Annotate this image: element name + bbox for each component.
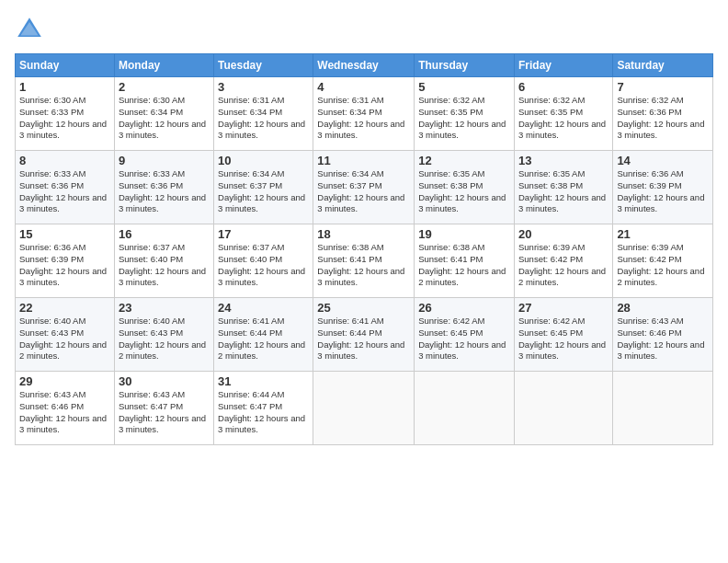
day-number: 20 — [518, 227, 609, 241]
day-number: 6 — [518, 80, 609, 94]
day-detail: Sunrise: 6:31 AMSunset: 6:34 PMDaylight:… — [317, 95, 410, 142]
day-number: 7 — [617, 80, 709, 94]
calendar-body: 1Sunrise: 6:30 AMSunset: 6:33 PMDaylight… — [16, 77, 713, 445]
calendar-cell — [613, 372, 713, 445]
day-number: 9 — [119, 154, 210, 167]
day-detail: Sunrise: 6:32 AMSunset: 6:36 PMDaylight:… — [617, 95, 709, 142]
calendar-cell: 28Sunrise: 6:43 AMSunset: 6:46 PMDayligh… — [613, 298, 713, 372]
day-detail: Sunrise: 6:42 AMSunset: 6:45 PMDaylight:… — [518, 316, 609, 362]
day-detail: Sunrise: 6:43 AMSunset: 6:47 PMDaylight:… — [119, 389, 210, 436]
day-detail: Sunrise: 6:39 AMSunset: 6:42 PMDaylight:… — [617, 242, 709, 289]
calendar-cell: 22Sunrise: 6:40 AMSunset: 6:43 PMDayligh… — [16, 298, 115, 372]
day-detail: Sunrise: 6:35 AMSunset: 6:38 PMDaylight:… — [418, 168, 510, 215]
day-number: 11 — [317, 154, 410, 167]
page: SundayMondayTuesdayWednesdayThursdayFrid… — [0, 0, 728, 563]
day-number: 25 — [317, 301, 410, 315]
calendar-cell: 7Sunrise: 6:32 AMSunset: 6:36 PMDaylight… — [613, 77, 713, 151]
day-detail: Sunrise: 6:30 AMSunset: 6:34 PMDaylight:… — [119, 95, 210, 142]
day-number: 30 — [119, 374, 210, 388]
day-number: 1 — [19, 80, 110, 94]
day-number: 18 — [317, 227, 410, 241]
day-detail: Sunrise: 6:40 AMSunset: 6:43 PMDaylight:… — [119, 316, 210, 362]
header-cell: Saturday — [613, 54, 713, 77]
day-number: 21 — [617, 227, 709, 241]
calendar-cell: 29Sunrise: 6:43 AMSunset: 6:46 PMDayligh… — [16, 372, 115, 445]
calendar-cell: 27Sunrise: 6:42 AMSunset: 6:45 PMDayligh… — [514, 298, 612, 372]
calendar-cell: 3Sunrise: 6:31 AMSunset: 6:34 PMDaylight… — [214, 77, 313, 151]
calendar-week-row: 15Sunrise: 6:36 AMSunset: 6:39 PMDayligh… — [16, 224, 713, 298]
calendar-cell: 19Sunrise: 6:38 AMSunset: 6:41 PMDayligh… — [415, 224, 515, 298]
header-cell: Wednesday — [313, 54, 415, 77]
calendar-cell: 24Sunrise: 6:41 AMSunset: 6:44 PMDayligh… — [214, 298, 313, 372]
calendar-cell: 10Sunrise: 6:34 AMSunset: 6:37 PMDayligh… — [214, 151, 313, 224]
day-detail: Sunrise: 6:37 AMSunset: 6:40 PMDaylight:… — [119, 242, 210, 289]
logo — [15, 15, 48, 44]
day-detail: Sunrise: 6:32 AMSunset: 6:35 PMDaylight:… — [418, 95, 510, 142]
header-cell: Sunday — [16, 54, 115, 77]
day-detail: Sunrise: 6:36 AMSunset: 6:39 PMDaylight:… — [19, 242, 110, 289]
day-number: 2 — [119, 80, 210, 94]
day-number: 28 — [617, 301, 709, 315]
day-number: 19 — [418, 227, 510, 241]
calendar-cell: 13Sunrise: 6:35 AMSunset: 6:38 PMDayligh… — [514, 151, 612, 224]
day-detail: Sunrise: 6:38 AMSunset: 6:41 PMDaylight:… — [418, 242, 510, 289]
header-row: SundayMondayTuesdayWednesdayThursdayFrid… — [16, 54, 713, 77]
day-number: 31 — [218, 374, 309, 388]
calendar-table: SundayMondayTuesdayWednesdayThursdayFrid… — [15, 53, 713, 445]
day-detail: Sunrise: 6:41 AMSunset: 6:44 PMDaylight:… — [317, 316, 410, 362]
calendar-cell: 12Sunrise: 6:35 AMSunset: 6:38 PMDayligh… — [415, 151, 515, 224]
calendar-cell: 21Sunrise: 6:39 AMSunset: 6:42 PMDayligh… — [613, 224, 713, 298]
day-detail: Sunrise: 6:42 AMSunset: 6:45 PMDaylight:… — [418, 316, 510, 362]
calendar-cell: 18Sunrise: 6:38 AMSunset: 6:41 PMDayligh… — [313, 224, 415, 298]
calendar-cell: 16Sunrise: 6:37 AMSunset: 6:40 PMDayligh… — [114, 224, 213, 298]
calendar-cell: 25Sunrise: 6:41 AMSunset: 6:44 PMDayligh… — [313, 298, 415, 372]
calendar-cell: 5Sunrise: 6:32 AMSunset: 6:35 PMDaylight… — [415, 77, 515, 151]
calendar-cell: 23Sunrise: 6:40 AMSunset: 6:43 PMDayligh… — [114, 298, 213, 372]
day-number: 29 — [19, 374, 110, 388]
day-detail: Sunrise: 6:40 AMSunset: 6:43 PMDaylight:… — [19, 316, 110, 362]
calendar-cell: 2Sunrise: 6:30 AMSunset: 6:34 PMDaylight… — [114, 77, 213, 151]
calendar-cell — [415, 372, 515, 445]
day-detail: Sunrise: 6:35 AMSunset: 6:38 PMDaylight:… — [518, 168, 609, 215]
calendar-cell: 11Sunrise: 6:34 AMSunset: 6:37 PMDayligh… — [313, 151, 415, 224]
day-detail: Sunrise: 6:43 AMSunset: 6:46 PMDaylight:… — [617, 316, 709, 362]
day-detail: Sunrise: 6:32 AMSunset: 6:35 PMDaylight:… — [518, 95, 609, 142]
day-number: 26 — [418, 301, 510, 315]
day-number: 3 — [218, 80, 309, 94]
day-detail: Sunrise: 6:41 AMSunset: 6:44 PMDaylight:… — [218, 316, 309, 362]
calendar-header: SundayMondayTuesdayWednesdayThursdayFrid… — [16, 54, 713, 77]
day-number: 17 — [218, 227, 309, 241]
calendar-cell: 1Sunrise: 6:30 AMSunset: 6:33 PMDaylight… — [16, 77, 115, 151]
day-number: 10 — [218, 154, 309, 167]
day-detail: Sunrise: 6:44 AMSunset: 6:47 PMDaylight:… — [218, 389, 309, 436]
header-cell: Thursday — [415, 54, 515, 77]
day-number: 8 — [19, 154, 110, 167]
day-detail: Sunrise: 6:30 AMSunset: 6:33 PMDaylight:… — [19, 95, 110, 142]
calendar-cell: 8Sunrise: 6:33 AMSunset: 6:36 PMDaylight… — [16, 151, 115, 224]
day-detail: Sunrise: 6:34 AMSunset: 6:37 PMDaylight:… — [317, 168, 410, 215]
calendar-cell — [313, 372, 415, 445]
day-number: 15 — [19, 227, 110, 241]
day-number: 12 — [418, 154, 510, 167]
header-cell: Monday — [114, 54, 213, 77]
logo-icon — [15, 15, 44, 44]
calendar-cell: 17Sunrise: 6:37 AMSunset: 6:40 PMDayligh… — [214, 224, 313, 298]
header-cell: Friday — [514, 54, 612, 77]
day-number: 16 — [119, 227, 210, 241]
calendar-cell: 6Sunrise: 6:32 AMSunset: 6:35 PMDaylight… — [514, 77, 612, 151]
calendar-week-row: 29Sunrise: 6:43 AMSunset: 6:46 PMDayligh… — [16, 372, 713, 445]
calendar-cell: 31Sunrise: 6:44 AMSunset: 6:47 PMDayligh… — [214, 372, 313, 445]
calendar-week-row: 22Sunrise: 6:40 AMSunset: 6:43 PMDayligh… — [16, 298, 713, 372]
calendar-cell: 14Sunrise: 6:36 AMSunset: 6:39 PMDayligh… — [613, 151, 713, 224]
day-number: 5 — [418, 80, 510, 94]
day-number: 22 — [19, 301, 110, 315]
day-detail: Sunrise: 6:43 AMSunset: 6:46 PMDaylight:… — [19, 389, 110, 436]
calendar-cell: 9Sunrise: 6:33 AMSunset: 6:36 PMDaylight… — [114, 151, 213, 224]
day-detail: Sunrise: 6:33 AMSunset: 6:36 PMDaylight:… — [119, 168, 210, 215]
calendar-cell: 30Sunrise: 6:43 AMSunset: 6:47 PMDayligh… — [114, 372, 213, 445]
calendar-cell: 26Sunrise: 6:42 AMSunset: 6:45 PMDayligh… — [415, 298, 515, 372]
day-number: 23 — [119, 301, 210, 315]
day-detail: Sunrise: 6:33 AMSunset: 6:36 PMDaylight:… — [19, 168, 110, 215]
calendar-cell: 4Sunrise: 6:31 AMSunset: 6:34 PMDaylight… — [313, 77, 415, 151]
header-cell: Tuesday — [214, 54, 313, 77]
